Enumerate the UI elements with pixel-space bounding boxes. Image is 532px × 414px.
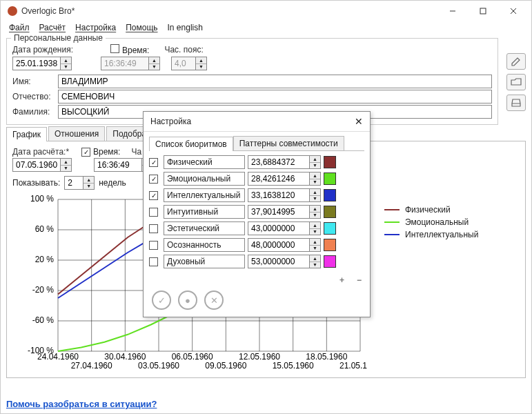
menu-english[interactable]: In english — [168, 23, 203, 32]
maximize-button[interactable] — [468, 1, 498, 21]
svg-text:12.05.1960: 12.05.1960 — [239, 352, 280, 362]
bio-checkbox[interactable] — [149, 257, 158, 266]
bio-row: ✓Интеллектуальный▲▼ — [149, 188, 364, 202]
record-button[interactable]: ● — [178, 290, 197, 310]
bio-value[interactable] — [248, 205, 310, 219]
dlg-tab-list[interactable]: Список биоритмов — [149, 137, 233, 151]
last-label: Фамилия: — [12, 107, 54, 117]
bio-color-swatch[interactable] — [324, 156, 336, 168]
bio-value[interactable] — [248, 172, 310, 186]
cancel-button[interactable]: ✕ — [204, 290, 224, 310]
remove-button[interactable]: − — [357, 275, 362, 285]
bio-spin[interactable]: ▲▼ — [310, 205, 321, 219]
svg-text:100 %: 100 % — [30, 194, 54, 204]
calc-tz-label: Ча — [131, 147, 141, 157]
bio-spin[interactable]: ▲▼ — [310, 255, 321, 268]
bio-value[interactable] — [248, 155, 310, 169]
calcdate-input[interactable] — [12, 158, 61, 172]
bio-checkbox[interactable] — [149, 224, 158, 233]
bio-value[interactable] — [248, 188, 310, 202]
bio-color-swatch[interactable] — [324, 206, 336, 218]
name-label: Имя: — [12, 77, 54, 86]
bio-color-swatch[interactable] — [324, 189, 336, 201]
app-icon — [8, 6, 17, 16]
close-button[interactable] — [498, 1, 529, 21]
bio-row: ✓Эмоциональный▲▼ — [149, 172, 364, 186]
bio-checkbox[interactable]: ✓ — [149, 191, 158, 200]
legend-emo: Эмоциональный — [405, 217, 469, 227]
tab-chart[interactable]: График — [6, 127, 47, 141]
show-input[interactable] — [64, 176, 83, 190]
svg-text:30.04.1960: 30.04.1960 — [104, 352, 146, 362]
svg-text:60 %: 60 % — [35, 224, 55, 234]
calctime-input[interactable] — [94, 158, 142, 172]
menu-calc[interactable]: Расчёт — [39, 23, 66, 32]
menu-settings[interactable]: Настройка — [75, 23, 116, 32]
bio-spin[interactable]: ▲▼ — [310, 188, 321, 202]
birth-input[interactable] — [12, 57, 61, 70]
svg-text:27.04.1960: 27.04.1960 — [71, 361, 112, 371]
bio-name[interactable]: Интеллектуальный — [164, 188, 245, 202]
bio-color-swatch[interactable] — [324, 255, 336, 268]
open-folder-button[interactable] — [506, 74, 526, 90]
app-window: Overlogic Bro* Файл Расчёт Настройка Пом… — [0, 0, 532, 414]
svg-text:21.05.1960: 21.05.1960 — [339, 361, 367, 371]
legend-swatch-emo — [384, 221, 400, 223]
bio-spin[interactable]: ▲▼ — [310, 155, 321, 169]
bio-value[interactable] — [248, 221, 310, 235]
bio-checkbox[interactable] — [149, 241, 158, 250]
bio-checkbox[interactable] — [149, 208, 158, 217]
show-label: Показывать: — [12, 178, 60, 188]
bio-name[interactable]: Интуитивный — [164, 205, 245, 219]
menu-help[interactable]: Помощь — [126, 23, 157, 32]
calc-time-checkbox[interactable]: ✓ — [81, 148, 90, 157]
time-checkbox[interactable] — [110, 44, 119, 53]
minimize-button[interactable] — [437, 1, 468, 21]
ok-button[interactable]: ✓ — [152, 290, 171, 310]
dialog-close-icon[interactable]: ✕ — [355, 116, 363, 127]
bio-spin[interactable]: ▲▼ — [310, 172, 321, 186]
menu-file[interactable]: Файл — [9, 23, 30, 32]
bio-name[interactable]: Духовный — [164, 255, 245, 268]
bio-spin[interactable]: ▲▼ — [310, 238, 321, 252]
tz-spin[interactable]: ▲▼ — [196, 57, 207, 70]
show-unit: недель — [99, 178, 126, 188]
bio-row: ✓Физический▲▼ — [149, 155, 364, 169]
bio-row: Интуитивный▲▼ — [149, 205, 364, 219]
bio-row: Осознанность▲▼ — [149, 238, 364, 252]
bio-row: Эстетический▲▼ — [149, 221, 364, 235]
tz-label: Час. пояс: — [164, 45, 203, 55]
bio-value[interactable] — [248, 255, 310, 268]
bio-color-swatch[interactable] — [324, 239, 336, 251]
bio-checkbox[interactable]: ✓ — [149, 175, 158, 184]
bio-name[interactable]: Эмоциональный — [164, 172, 245, 186]
mid-input[interactable] — [58, 90, 492, 103]
show-spin[interactable]: ▲▼ — [83, 176, 95, 190]
bio-checkbox[interactable]: ✓ — [149, 158, 158, 167]
dlg-tab-patterns[interactable]: Паттерны совместимости — [233, 136, 344, 150]
svg-text:09.05.1960: 09.05.1960 — [205, 361, 246, 371]
bio-name[interactable]: Эстетический — [164, 221, 245, 235]
time-spin[interactable]: ▲▼ — [149, 57, 160, 70]
calcdate-spin[interactable]: ▲▼ — [61, 158, 72, 172]
bio-color-swatch[interactable] — [324, 172, 336, 185]
name-input[interactable] — [58, 75, 492, 88]
bio-name[interactable]: Осознанность — [164, 238, 245, 252]
tab-relations[interactable]: Отношения — [48, 126, 105, 141]
biorhythm-list: ✓Физический▲▼✓Эмоциональный▲▼✓Интеллекту… — [144, 151, 370, 273]
birth-spin[interactable]: ▲▼ — [61, 57, 72, 70]
bio-spin[interactable]: ▲▼ — [310, 221, 321, 235]
time-input[interactable] — [101, 57, 149, 70]
tz-input[interactable] — [171, 57, 196, 70]
bio-row: Духовный▲▼ — [149, 255, 364, 268]
add-button[interactable]: + — [339, 275, 344, 285]
edit-button[interactable] — [506, 53, 526, 70]
legend-swatch-phys — [384, 209, 400, 210]
svg-text:18.05.1960: 18.05.1960 — [306, 352, 347, 362]
help-link[interactable]: Помочь разобраться в ситуации? — [6, 399, 157, 409]
bio-color-swatch[interactable] — [324, 222, 336, 235]
bio-value[interactable] — [248, 238, 310, 252]
bio-name[interactable]: Физический — [164, 155, 245, 169]
disk-button[interactable] — [506, 95, 526, 111]
svg-text:-20 %: -20 % — [32, 285, 55, 295]
